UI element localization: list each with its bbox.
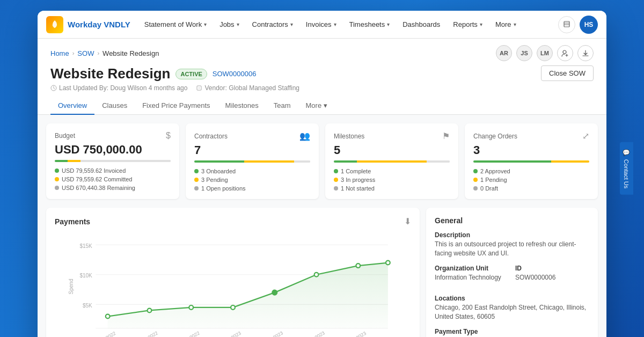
breadcrumb-sow[interactable]: SOW: [77, 49, 94, 57]
workday-logo-icon[interactable]: [46, 16, 63, 33]
avatar-lm[interactable]: LM: [537, 45, 553, 61]
dot-draft: [473, 186, 478, 191]
milestones-item-notstarted: 1 Not started: [334, 185, 450, 192]
people-icon: 👥: [299, 131, 310, 141]
app-window: Workday VNDLY Statement of Work ▾ Jobs ▾…: [38, 11, 606, 337]
co-items: 2 Approved 1 Pending 0 Draft: [473, 168, 589, 192]
milestones-items: 1 Complete 3 In progress 1 Not started: [334, 168, 450, 192]
meta-last-updated: Last Updated By: Doug Wilson 4 months ag…: [50, 84, 187, 92]
co-bar-approved: [473, 160, 551, 163]
svg-text:Oct 2022: Oct 2022: [97, 331, 116, 337]
svg-point-22: [314, 273, 319, 277]
dot-remaining: [55, 186, 59, 190]
contact-us-sidebar[interactable]: 💬 Contact Us: [620, 142, 633, 195]
milestones-bar-notstarted: [427, 160, 450, 163]
download-icon[interactable]: [577, 45, 594, 61]
svg-text:Apr 2023: Apr 2023: [348, 331, 367, 337]
svg-point-19: [189, 305, 193, 310]
budget-bar-remaining: [80, 160, 171, 162]
svg-point-3: [563, 50, 566, 54]
breadcrumb-sep-2: ›: [97, 50, 99, 56]
stat-card-milestones-header: Milestones ⚑: [334, 131, 450, 141]
meta-row: Last Updated By: Doug Wilson 4 months ag…: [38, 82, 606, 92]
budget-item-remaining: USD 670,440.38 Remaining: [55, 185, 171, 191]
general-org-unit: Organization Unit Information Technology: [435, 265, 509, 282]
stat-card-contractors: Contractors 👥 7 3 Onboarded: [186, 123, 319, 199]
budget-bar-invoiced: [55, 160, 68, 162]
svg-rect-0: [564, 21, 569, 27]
nav-more[interactable]: More ▾: [490, 17, 522, 32]
breadcrumb-home[interactable]: Home: [50, 49, 69, 57]
nav-contractors[interactable]: Contractors ▾: [247, 17, 298, 32]
budget-items: USD 79,559.62 Invoiced USD 79,559.62 Com…: [55, 167, 171, 191]
svg-text:Nov 2022: Nov 2022: [138, 330, 159, 337]
nav-statement-of-work[interactable]: Statement of Work ▾: [139, 17, 212, 32]
tab-team[interactable]: Team: [266, 97, 298, 115]
dot-inprogress: [334, 178, 338, 182]
chevron-down-icon: ▾: [204, 21, 207, 27]
avatar-js[interactable]: JS: [516, 45, 532, 61]
contractors-item-open: 1 Open positions: [194, 185, 310, 192]
payments-chart: $15K $10K $5K: [55, 233, 411, 337]
dot-open: [194, 186, 199, 191]
nav-timesheets[interactable]: Timesheets ▾: [344, 17, 396, 32]
svg-point-18: [148, 309, 152, 313]
nav-reports[interactable]: Reports ▾: [448, 17, 488, 32]
breadcrumb: Home › SOW › Website Redesign: [50, 49, 159, 57]
user-avatar[interactable]: HS: [580, 16, 598, 34]
nav-invoices[interactable]: Invoices ▾: [301, 17, 342, 32]
logo-area: Workday VNDLY: [46, 16, 130, 33]
svg-text:Dec 2022: Dec 2022: [180, 330, 201, 337]
tab-clauses[interactable]: Clauses: [94, 97, 135, 115]
svg-text:$15K: $15K: [79, 243, 92, 249]
dot-complete: [334, 169, 338, 173]
page-title-row: Website Redesign ACTIVE SOW0000006: [50, 65, 256, 82]
payments-card: Payments ⬇ $15K $10K: [46, 208, 420, 337]
general-card-header: General: [435, 216, 589, 225]
org-unit-label: Organization Unit: [435, 265, 509, 272]
co-item-approved: 2 Approved: [473, 168, 589, 174]
tab-more[interactable]: More ▾: [298, 97, 335, 115]
milestones-bar-inprogress: [357, 160, 427, 163]
page-header: Website Redesign ACTIVE SOW0000006 Close…: [38, 61, 606, 82]
tab-overview[interactable]: Overview: [50, 97, 94, 115]
svg-point-20: [231, 305, 235, 310]
tab-fixed-price-payments[interactable]: Fixed Price Payments: [135, 97, 217, 115]
content-area: Home › SOW › Website Redesign AR JS LM: [38, 39, 606, 337]
tabs: Overview Clauses Fixed Price Payments Mi…: [38, 92, 606, 115]
breadcrumb-current: Website Redesign: [103, 49, 159, 57]
dollar-icon: $: [166, 131, 171, 141]
close-sow-button[interactable]: Close SOW: [541, 65, 594, 81]
dot-committed: [55, 177, 59, 181]
building-icon: [196, 85, 202, 91]
payments-download-icon[interactable]: ⬇: [404, 216, 411, 226]
budget-label: Budget: [55, 132, 75, 140]
svg-text:Spend: Spend: [68, 279, 74, 295]
budget-item-committed: USD 79,559.62 Committed: [55, 176, 171, 182]
svg-point-21: [272, 290, 277, 295]
change-orders-label: Change Orders: [473, 133, 517, 140]
tab-milestones[interactable]: Milestones: [218, 97, 266, 115]
sow-id: SOW0000006: [213, 70, 257, 78]
payments-card-header: Payments ⬇: [55, 216, 411, 226]
general-title: General: [435, 216, 463, 225]
contractors-bar-pending: [244, 160, 294, 163]
nav-dashboards[interactable]: Dashboards: [397, 17, 445, 32]
nav-jobs[interactable]: Jobs ▾: [214, 17, 244, 32]
add-user-icon[interactable]: [557, 45, 573, 61]
notifications-icon[interactable]: [558, 16, 575, 33]
chevron-down-icon: ▾: [514, 21, 516, 27]
flag-icon: ⚑: [442, 131, 450, 141]
milestones-label: Milestones: [334, 133, 364, 140]
general-description: Description This is an outsourced projec…: [435, 231, 589, 258]
stat-card-contractors-header: Contractors 👥: [194, 131, 310, 141]
meta-vendor: Vendor: Global Managed Staffing: [196, 84, 299, 92]
locations-label: Locations: [435, 295, 589, 302]
milestones-item-complete: 1 Complete: [334, 168, 450, 174]
dot-invoiced: [55, 169, 59, 173]
stat-card-co-header: Change Orders ⤢: [473, 131, 589, 141]
stat-cards: Budget $ USD 750,000.00 USD 79,559.62 In…: [46, 123, 598, 199]
avatar-ar[interactable]: AR: [496, 45, 512, 61]
general-id: ID SOW0000006: [515, 265, 589, 282]
description-label: Description: [435, 231, 589, 239]
